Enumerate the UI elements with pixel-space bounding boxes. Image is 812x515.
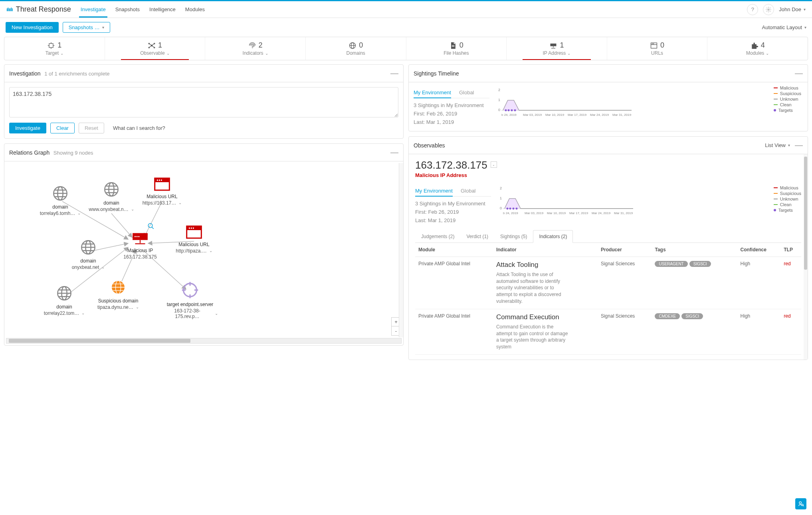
chevron-down-icon: ⌄ [81, 311, 85, 315]
tag: CMDEXE [655, 313, 680, 319]
svg-point-54 [514, 109, 516, 111]
graph-node-domain[interactable]: domain onyxbeat.net⌄ [60, 239, 116, 270]
nav-snapshots[interactable]: Snapshots [115, 2, 140, 17]
chevron-down-icon: ⌄ [101, 265, 105, 269]
globe-icon [103, 181, 119, 197]
nav-modules[interactable]: Modules [185, 2, 205, 17]
search-help-link[interactable]: What can I search for? [113, 125, 165, 131]
subtab-indicators[interactable]: Indicators (2) [533, 230, 573, 243]
svg-point-53 [511, 109, 513, 111]
tab-global[interactable]: Global [459, 87, 474, 98]
table-row[interactable]: Private AMP Global Intel Attack Tooling … [415, 257, 801, 309]
observables-panel: Observables List View ▾ — 163.172.38.175… [408, 136, 808, 360]
svg-point-28 [159, 179, 160, 181]
tab-global[interactable]: Global [461, 185, 476, 196]
observables-vscroll[interactable] [804, 154, 808, 360]
svg-text:Mar 10, 2019: Mar 10, 2019 [545, 113, 564, 117]
svg-point-39 [189, 227, 190, 229]
svg-point-29 [161, 179, 162, 181]
product-name: Threat Response [16, 5, 71, 14]
gear-icon[interactable] [763, 4, 774, 15]
relations-graph-panel: Relations Graph Showing 9 nodes — [4, 143, 404, 346]
toolbar: New Investigation Snapshots … ▾ Automati… [0, 18, 812, 37]
graph-vscroll[interactable] [399, 163, 403, 337]
chevron-down-icon: ⌄ [766, 51, 769, 56]
chevron-down-icon: ▾ [804, 25, 806, 30]
summary-domains[interactable]: 0 Domains [306, 37, 406, 60]
table-row[interactable]: Private AMP Global Intel Command Executi… [415, 309, 801, 354]
user-menu[interactable]: John Doe ▾ [779, 6, 806, 12]
investigate-button[interactable]: Investigate [9, 123, 46, 133]
clear-button[interactable]: Clear [50, 123, 75, 133]
graph-node-domain-suspicious[interactable]: Suspicious domain tipaza.dynu.ne…⌄ [90, 279, 146, 310]
left-column: Investigation 1 of 1 enrichments complet… [4, 64, 404, 360]
summary-indicators[interactable]: 2 Indicators⌄ [205, 37, 306, 60]
right-column: Sightings Timeline — My Environment Glob… [408, 64, 808, 360]
graph-canvas[interactable]: domain torrelay6.tomh…⌄ domain www.onyxb… [4, 161, 403, 345]
summary-ipaddress[interactable]: 1 IP Address⌄ [507, 37, 607, 60]
observables-view-selector[interactable]: List View ▾ [765, 142, 790, 148]
magnify-icon [147, 223, 154, 230]
svg-text:1: 1 [498, 98, 500, 102]
subtab-verdict[interactable]: Verdict (1) [460, 230, 494, 243]
graph-hscroll[interactable] [6, 338, 402, 344]
collapse-icon[interactable]: — [390, 69, 398, 78]
graph-node-target[interactable]: target endpoint.server 163-172-38-175.re… [162, 281, 218, 319]
summary-observable[interactable]: 1 Observable⌄ [105, 37, 206, 60]
subtab-sightings[interactable]: Sightings (5) [494, 230, 533, 243]
new-investigation-button[interactable]: New Investigation [6, 22, 59, 33]
graph-node-ip[interactable]: Malicious IP 163.172.38.175 [112, 231, 168, 260]
col-producer: Producer [598, 243, 652, 257]
svg-text:b 24, 2019: b 24, 2019 [501, 113, 517, 117]
graph-node-domain[interactable]: domain torrelay6.tomh…⌄ [32, 185, 88, 216]
svg-point-65 [507, 208, 509, 210]
svg-text:2: 2 [500, 186, 502, 190]
browser-icon [650, 42, 658, 50]
help-icon[interactable]: ? [747, 4, 758, 15]
nav-investigate[interactable]: Investigate [81, 2, 106, 17]
graph-node-domain[interactable]: domain www.onyxbeat.n…⌄ [83, 181, 139, 212]
svg-text:Mar 17, 2019: Mar 17, 2019 [568, 113, 587, 117]
globe-icon [80, 239, 96, 255]
chevron-down-icon: ⌄ [567, 51, 570, 56]
svg-text:Mar 24, 2019: Mar 24, 2019 [590, 113, 609, 117]
graph-node-url[interactable]: Malicious URL https://163.17…⌄ [134, 177, 190, 206]
investigation-panel: Investigation 1 of 1 enrichments complet… [4, 64, 404, 139]
toolbar-left: New Investigation Snapshots … ▾ [6, 22, 110, 33]
chevron-down-icon: ⌄ [178, 201, 182, 205]
chevron-down-icon: ⌄ [265, 51, 268, 56]
panel-subtitle: Showing 9 nodes [53, 150, 93, 156]
collapse-icon[interactable]: — [795, 69, 803, 78]
summary-target[interactable]: 1 Target⌄ [4, 37, 105, 60]
globe-icon [349, 42, 356, 50]
graph-node-url[interactable]: Malicious URL http://tipaza.…⌄ [166, 225, 222, 254]
subtab-judgements[interactable]: Judgements (2) [415, 230, 460, 243]
graph-node-domain[interactable]: domain torrelay22.tom…⌄ [36, 285, 92, 316]
layout-selector[interactable]: Automatic Layout ▾ [762, 24, 806, 30]
summary-urls[interactable]: 0 URLs [607, 37, 708, 60]
collapse-icon[interactable]: — [390, 148, 398, 157]
reset-button[interactable]: Reset [79, 123, 104, 133]
indicator-desc: Command Execution is the attempt to gain… [496, 324, 568, 350]
svg-point-68 [516, 208, 518, 210]
collapse-icon[interactable]: — [795, 141, 803, 150]
chevron-down-icon: ⌄ [131, 207, 134, 211]
summary-filehashes[interactable]: 0 File Hashes [406, 37, 507, 60]
svg-text:1: 1 [500, 196, 502, 200]
indicator-title: Command Execution [496, 313, 594, 321]
svg-point-52 [508, 109, 510, 111]
summary-modules[interactable]: 4 Modules⌄ [707, 37, 808, 60]
svg-point-67 [513, 208, 515, 210]
svg-rect-1 [49, 44, 53, 48]
svg-point-40 [191, 227, 192, 229]
chevron-down-icon: ▾ [804, 7, 806, 12]
tab-my-environment[interactable]: My Environment [414, 87, 451, 98]
sightings-chart: 2 1 0 b 24, 2019 Mar 03, 2019 [496, 87, 803, 126]
nav-intelligence[interactable]: Intelligence [149, 2, 176, 17]
observable-dropdown[interactable]: ⌄ [491, 161, 497, 168]
investigation-input[interactable] [9, 87, 398, 117]
main-nav: Investigate Snapshots Intelligence Modul… [81, 2, 747, 17]
snapshots-menu-button[interactable]: Snapshots … ▾ [63, 22, 110, 33]
svg-point-51 [505, 109, 507, 111]
tab-my-environment[interactable]: My Environment [415, 185, 453, 196]
